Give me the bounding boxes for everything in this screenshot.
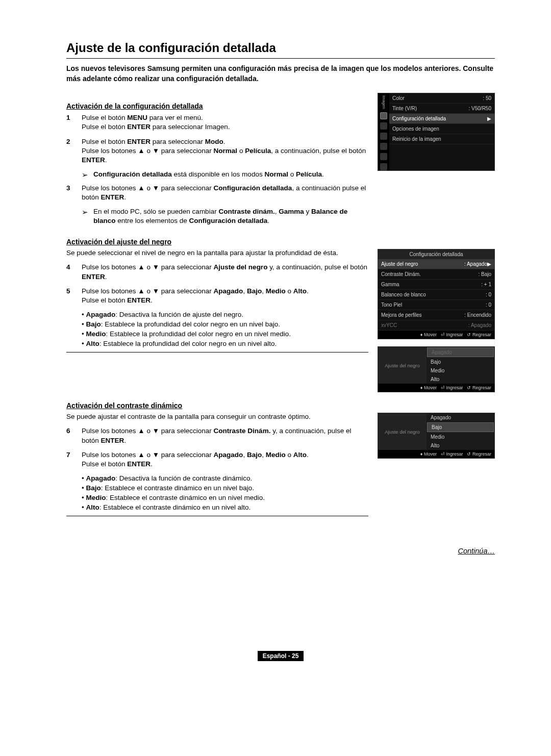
sec3-heading: Activación del contraste dinámico bbox=[66, 401, 495, 410]
step-num: 7 bbox=[66, 450, 72, 469]
bullet-list: Apagado: Desactiva la función de ajuste … bbox=[82, 310, 368, 349]
osd-sidebar-label: Imagen bbox=[382, 95, 386, 109]
note: ➢ Configuración detallada está disponibl… bbox=[82, 170, 368, 180]
setup-icon bbox=[380, 143, 387, 150]
note: ➢ En el modo PC, sólo se pueden cambiar … bbox=[82, 207, 368, 225]
picture-icon bbox=[380, 112, 387, 119]
ingresar-hint: ⏎ Ingresar bbox=[441, 332, 463, 337]
sec2-heading: Activación del ajuste del negro bbox=[66, 238, 495, 246]
step-num: 6 bbox=[66, 426, 72, 445]
osd-main-menu: Imagen Color50 Tinte (V/R)V50/R50 Config… bbox=[378, 93, 495, 171]
intro-text: Los nuevos televisores Samsung permiten … bbox=[66, 64, 495, 84]
app-icon bbox=[380, 163, 387, 170]
step-body: Pulse los botones ▲ o ▼ para seleccionar… bbox=[82, 184, 368, 202]
page-title: Ajuste de la configuración detallada bbox=[66, 41, 495, 55]
osd-ajuste-negro-apagado: Ajuste del negro ApagadoBajoMedioAlto ♦ … bbox=[378, 346, 495, 392]
step-num: 2 bbox=[66, 137, 72, 165]
rule bbox=[66, 516, 368, 516]
step-body: Pulse los botones ▲ o ▼ para seleccionar… bbox=[82, 450, 368, 469]
step-num: 5 bbox=[66, 287, 72, 305]
step-num: 4 bbox=[66, 263, 72, 281]
bullet-list: Apagado: Desactiva la función de contras… bbox=[82, 474, 368, 513]
continue-text: Continúa… bbox=[66, 547, 495, 555]
step-body: Pulse los botones ▲ o ▼ para seleccionar… bbox=[82, 287, 368, 305]
sound-icon bbox=[380, 122, 387, 130]
channel-icon bbox=[380, 133, 387, 140]
rule bbox=[66, 58, 495, 59]
rule bbox=[66, 352, 368, 352]
sec2-desc: Se puede seleccionar el nivel de negro e… bbox=[66, 249, 368, 257]
sec3-desc: Se puede ajustar el contraste de la pant… bbox=[66, 413, 368, 420]
sec1-heading: Activación de la configuración detallada bbox=[66, 102, 368, 110]
step-body: Pulse el botón ENTER para seleccionar Mo… bbox=[82, 137, 368, 165]
step-body: Pulse los botones ▲ o ▼ para seleccionar… bbox=[82, 426, 368, 445]
chevron-right-icon: ▶ bbox=[487, 116, 491, 121]
step-num: 1 bbox=[66, 113, 72, 132]
input-icon bbox=[380, 153, 387, 160]
regresar-hint: ↺ Regresar bbox=[467, 332, 491, 337]
osd-ajuste-negro-bajo: Ajuste del negro ApagadoBajoMedioAlto ♦ … bbox=[378, 413, 495, 459]
mover-hint: ♦ Mover bbox=[420, 332, 437, 337]
step-body: Pulse el botón MENU para ver el menú. Pu… bbox=[82, 113, 368, 132]
step-body: Pulse los botones ▲ o ▼ para seleccionar… bbox=[82, 263, 368, 281]
page-footer: Español - 25 bbox=[66, 652, 495, 660]
osd-config-detallada: Configuración detallada Ajuste del negro… bbox=[378, 249, 495, 339]
arrow-icon: ➢ bbox=[82, 170, 88, 180]
step-num: 3 bbox=[66, 184, 72, 202]
arrow-icon: ➢ bbox=[82, 207, 88, 225]
